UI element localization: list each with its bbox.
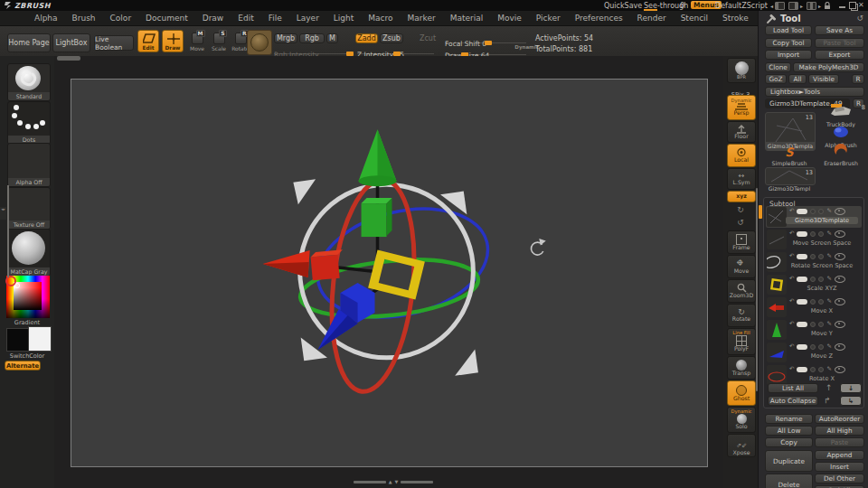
menu-file[interactable]: File	[261, 14, 289, 23]
subtool-row-move-x[interactable]: ↶✎ Move X	[766, 296, 862, 318]
tool-item-eraserbrush[interactable]: EraserBrush	[816, 143, 865, 166]
branch-down-button[interactable]: ↳	[840, 396, 862, 406]
lightbox-tools-button[interactable]: Lightbox►Tools	[765, 87, 864, 97]
scale-button[interactable]: S Scale	[209, 33, 229, 52]
menu-light[interactable]: Light	[326, 14, 361, 23]
solo-button[interactable]: Dynamic Solo	[727, 407, 756, 433]
append-button[interactable]: Append	[815, 450, 864, 460]
current-material-button[interactable]	[247, 30, 272, 55]
menu-picker[interactable]: Picker	[529, 14, 568, 23]
alpha-button[interactable]: Alpha Off	[7, 143, 51, 187]
quicksave-button[interactable]: QuickSave	[604, 2, 642, 10]
subtool-row-scale-xyz[interactable]: ↶✎ Scale XYZ	[766, 274, 862, 296]
gizmo-3d[interactable]	[71, 80, 709, 468]
autoreorder-button[interactable]: AutoReorder	[815, 414, 864, 424]
visibility-eye-icon[interactable]	[835, 208, 845, 215]
tray-scrollbar[interactable]	[7, 185, 9, 277]
secondary-color-swatch[interactable]	[28, 326, 52, 352]
close-button[interactable]: ✕	[858, 1, 864, 9]
live-boolean-button[interactable]: Live Boolean	[94, 35, 134, 51]
stroke-type-button[interactable]: Dots	[7, 101, 51, 145]
subtool-row-move-z[interactable]: ↶✎ Move Z	[766, 342, 862, 363]
alternate-button[interactable]: Alternate	[5, 361, 41, 371]
menu-preferences[interactable]: Preferences	[568, 14, 630, 23]
menu-macro[interactable]: Macro	[361, 14, 400, 23]
menu-stroke[interactable]: Stroke	[715, 14, 756, 23]
recent-tool-thumbnail[interactable]: 13	[765, 167, 816, 185]
snapshot2-icon-button[interactable]: ↺	[727, 216, 754, 228]
xpose-button[interactable]: ⇗⇙ Xpose	[727, 434, 756, 457]
menu-alpha[interactable]: Alpha	[27, 14, 65, 23]
subtool-thumbnail[interactable]	[767, 207, 787, 227]
lightbox-button[interactable]: LightBox	[52, 33, 90, 52]
paint-icon[interactable]: ✎	[826, 208, 831, 214]
rgb-button[interactable]: Rgb	[299, 33, 325, 43]
gradient-label[interactable]: Gradient	[0, 319, 54, 326]
make-polymesh3d-button[interactable]: Make PolyMesh3D	[793, 62, 864, 72]
color-picker[interactable]	[6, 276, 50, 318]
rotate3d-button[interactable]: ↻ Rotate	[727, 304, 756, 327]
bpr-render-button[interactable]: BPR	[727, 58, 756, 83]
floor-grid-button[interactable]: Floor	[727, 121, 756, 143]
minimize-button[interactable]	[839, 6, 845, 8]
document-canvas[interactable]	[71, 79, 708, 467]
material-button[interactable]: MatCap Gray	[7, 229, 51, 277]
auto-collapse-button[interactable]: Auto Collapse	[768, 396, 818, 406]
saturation-square[interactable]	[14, 282, 42, 310]
edit-button[interactable]: Edit	[137, 30, 159, 52]
visibility-eye-icon[interactable]	[835, 298, 845, 305]
move-button[interactable]: M Move	[187, 33, 207, 52]
mrgb-button[interactable]: Mrgb	[274, 33, 297, 43]
home-page-button[interactable]: Home Page	[7, 33, 51, 52]
shade-toggle-icon[interactable]	[818, 209, 824, 214]
ghost-transparency-button[interactable]: Ghost	[727, 380, 756, 406]
all-low-button[interactable]: All Low	[765, 426, 813, 436]
draw-button[interactable]: Draw	[162, 30, 184, 52]
move-subtool-up-icon[interactable]: ↑	[826, 383, 833, 392]
visibility-eye-icon[interactable]	[835, 276, 845, 283]
snapshot-icon-button[interactable]: ↻	[727, 203, 754, 215]
subtool-row-rotate-screen-space[interactable]: ↶✎ Rotate Screen Space	[766, 251, 862, 273]
visibility-eye-icon[interactable]	[835, 321, 845, 328]
move-subtool-down-button[interactable]: ↓	[840, 383, 862, 393]
zadd-button[interactable]: Zadd	[355, 33, 378, 43]
xyz-symmetry-button[interactable]: xyz	[727, 191, 756, 202]
menu-brush[interactable]: Brush	[65, 14, 103, 23]
texture-button[interactable]: Texture Off	[7, 187, 51, 230]
shade-toggle-icon[interactable]	[797, 209, 807, 214]
panel-refresh-icon[interactable]: ↺	[856, 14, 863, 23]
transparency-button[interactable]: Transp	[727, 356, 756, 380]
visibility-eye-icon[interactable]	[835, 343, 845, 351]
zscript-name[interactable]: DefaultZScript	[715, 2, 768, 10]
menu-layer[interactable]: Layer	[289, 14, 326, 23]
frame-button[interactable]: Frame	[727, 230, 756, 254]
m-button[interactable]: M	[326, 33, 338, 43]
branch-up-icon[interactable]: ↱	[824, 396, 831, 405]
right-tray-toggle[interactable]: ▸	[788, 2, 803, 10]
copy-subtool-button[interactable]: Copy	[765, 437, 813, 447]
current-brush-button[interactable]: Standard	[7, 63, 51, 101]
clone-button[interactable]: Clone	[765, 62, 791, 72]
export-button[interactable]: Export	[815, 50, 864, 60]
zoom3d-button[interactable]: Zoom3D	[727, 279, 756, 303]
bottom-tray-divider[interactable]: ▲ ▼	[348, 479, 439, 484]
zsub-button[interactable]: Zsub	[380, 33, 403, 43]
load-tool-button[interactable]: Load Tool	[765, 25, 812, 35]
visibility-eye-icon[interactable]	[835, 230, 845, 238]
import-button[interactable]: Import	[765, 50, 812, 60]
copy-tool-button[interactable]: Copy Tool	[765, 38, 812, 48]
switch-color-label[interactable]: SwitchColor	[0, 352, 54, 360]
rgb-intensity-slider[interactable]: Rgb Intensity	[274, 43, 352, 54]
menu-edit[interactable]: Edit	[231, 14, 260, 23]
divider-bar-toggle[interactable]: ▸	[807, 2, 821, 10]
local-symmetry-button[interactable]: Local	[727, 144, 756, 167]
menu-draw[interactable]: Draw	[195, 14, 231, 23]
flip-icon[interactable]: ↶	[789, 208, 794, 214]
zcut-button[interactable]: Zcut	[418, 33, 438, 43]
pan-move-button[interactable]: ↔ ↔ Move	[727, 255, 756, 278]
focal-shift-slider[interactable]: Focal Shift 0	[445, 33, 526, 43]
menu-marker[interactable]: Marker	[401, 14, 443, 23]
left-tray-toggle[interactable]: ◂	[770, 2, 785, 10]
tray-resize-handle[interactable]: ◂▸	[0, 207, 6, 220]
subtool-row-move-screen-space[interactable]: ↶✎ Move Screen Space	[766, 229, 862, 250]
